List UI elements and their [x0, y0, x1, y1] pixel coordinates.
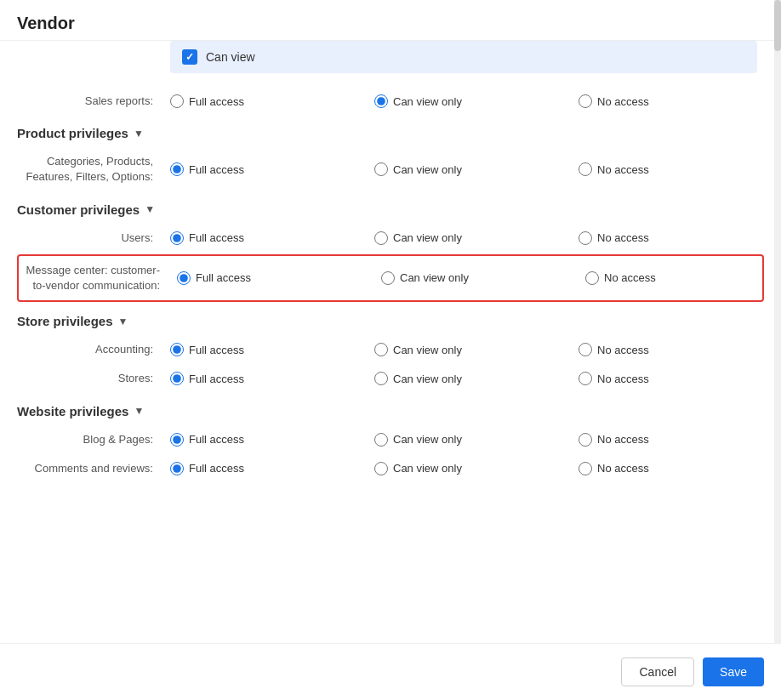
comments-full-access-option[interactable]: Full access	[170, 462, 374, 475]
acct-no-access-option[interactable]: No access	[579, 343, 781, 356]
msg-can-view-label: Can view only	[400, 271, 469, 284]
blog-full-access-radio[interactable]	[170, 433, 184, 447]
categories-products-row: Categories, Products, Features, Filters,…	[17, 147, 764, 191]
stores-full-access-label: Full access	[189, 373, 244, 385]
blog-pages-label: Blog & Pages:	[17, 432, 170, 447]
can-view-checkbox[interactable]	[182, 49, 197, 65]
msg-can-view-option[interactable]: Can view only	[381, 271, 585, 285]
users-can-view-option[interactable]: Can view only	[374, 231, 579, 245]
categories-products-label: Categories, Products, Features, Filters,…	[17, 154, 170, 185]
comments-reviews-label: Comments and reviews:	[17, 461, 170, 476]
acct-full-access-radio[interactable]	[170, 343, 184, 356]
comments-full-access-radio[interactable]	[170, 462, 184, 475]
sales-no-access-option[interactable]: No access	[579, 94, 781, 108]
sales-can-view-radio[interactable]	[374, 94, 388, 108]
cat-can-view-label: Can view only	[393, 163, 462, 176]
stores-no-access-option[interactable]: No access	[579, 372, 781, 385]
blog-no-access-radio[interactable]	[579, 433, 592, 447]
message-center-label: Message center: customer-to-vendor commu…	[24, 263, 177, 293]
website-privileges-label: Website privileges	[17, 404, 128, 418]
acct-can-view-label: Can view only	[393, 344, 462, 356]
users-can-view-radio[interactable]	[374, 231, 388, 245]
scrollbar-thumb[interactable]	[774, 0, 781, 51]
stores-row: Stores: Full access Can view only No acc…	[17, 364, 764, 393]
users-row: Users: Full access Can view only No acce…	[17, 224, 764, 253]
accounting-label: Accounting:	[17, 342, 170, 357]
product-chevron-icon: ▼	[134, 128, 144, 139]
page-title: Vendor	[17, 14, 75, 32]
users-options: Full access Can view only No access	[170, 231, 781, 245]
stores-full-access-option[interactable]: Full access	[170, 372, 374, 385]
sales-no-access-radio[interactable]	[579, 94, 592, 108]
blog-full-access-option[interactable]: Full access	[170, 433, 374, 447]
page-header: Vendor	[0, 0, 781, 41]
sales-no-access-label: No access	[597, 95, 649, 108]
comments-reviews-options: Full access Can view only No access	[170, 462, 781, 475]
acct-no-access-label: No access	[597, 344, 649, 356]
blog-no-access-option[interactable]: No access	[579, 433, 781, 447]
cat-full-access-option[interactable]: Full access	[170, 162, 374, 176]
sales-reports-row: Sales reports: Full access Can view only…	[17, 87, 764, 116]
cancel-button[interactable]: Cancel	[621, 657, 694, 686]
acct-no-access-radio[interactable]	[579, 343, 592, 356]
save-button[interactable]: Save	[703, 657, 764, 686]
accounting-row: Accounting: Full access Can view only No…	[17, 335, 764, 364]
stores-full-access-radio[interactable]	[170, 372, 184, 385]
users-no-access-label: No access	[597, 231, 649, 244]
users-no-access-radio[interactable]	[579, 231, 592, 245]
cat-no-access-radio[interactable]	[579, 162, 592, 176]
website-privileges-header[interactable]: Website privileges ▼	[17, 394, 764, 425]
blog-can-view-radio[interactable]	[374, 433, 388, 447]
product-privileges-label: Product privileges	[17, 126, 128, 140]
footer: Cancel Save	[0, 643, 781, 700]
users-full-access-radio[interactable]	[170, 231, 184, 245]
sales-can-view-label: Can view only	[393, 95, 462, 108]
comments-no-access-radio[interactable]	[579, 462, 592, 475]
comments-can-view-option[interactable]: Can view only	[374, 462, 579, 475]
comments-no-access-option[interactable]: No access	[579, 462, 781, 475]
cat-can-view-radio[interactable]	[374, 162, 388, 176]
blog-pages-options: Full access Can view only No access	[170, 433, 781, 447]
msg-full-access-option[interactable]: Full access	[177, 271, 381, 285]
product-privileges-header[interactable]: Product privileges ▼	[17, 116, 764, 147]
sales-reports-label: Sales reports:	[17, 94, 170, 109]
cat-no-access-option[interactable]: No access	[579, 162, 781, 176]
sales-full-access-option[interactable]: Full access	[170, 94, 374, 108]
users-no-access-option[interactable]: No access	[579, 231, 781, 245]
cat-full-access-radio[interactable]	[170, 162, 184, 176]
sales-full-access-radio[interactable]	[170, 94, 184, 108]
msg-no-access-radio[interactable]	[585, 271, 599, 285]
msg-can-view-radio[interactable]	[381, 271, 395, 285]
blog-can-view-option[interactable]: Can view only	[374, 433, 579, 447]
acct-full-access-option[interactable]: Full access	[170, 343, 374, 356]
comments-reviews-row: Comments and reviews: Full access Can vi…	[17, 454, 764, 483]
stores-options: Full access Can view only No access	[170, 372, 781, 385]
stores-no-access-radio[interactable]	[579, 372, 592, 385]
msg-full-access-radio[interactable]	[177, 271, 191, 285]
cat-no-access-label: No access	[597, 163, 649, 176]
stores-can-view-option[interactable]: Can view only	[374, 372, 579, 385]
msg-no-access-option[interactable]: No access	[585, 271, 781, 285]
stores-can-view-radio[interactable]	[374, 372, 388, 385]
users-full-access-option[interactable]: Full access	[170, 231, 374, 245]
stores-no-access-label: No access	[597, 373, 649, 385]
stores-can-view-label: Can view only	[393, 373, 462, 385]
customer-privileges-header[interactable]: Customer privileges ▼	[17, 192, 764, 224]
store-privileges-label: Store privileges	[17, 314, 113, 328]
sales-reports-options: Full access Can view only No access	[170, 94, 781, 108]
sales-can-view-option[interactable]: Can view only	[374, 94, 579, 108]
comments-can-view-label: Can view only	[393, 462, 462, 475]
can-view-row: Can view	[170, 41, 757, 73]
acct-can-view-radio[interactable]	[374, 343, 388, 356]
store-privileges-header[interactable]: Store privileges ▼	[17, 304, 764, 335]
stores-label: Stores:	[17, 371, 170, 386]
users-can-view-label: Can view only	[393, 231, 462, 244]
customer-chevron-icon: ▼	[145, 203, 155, 215]
acct-can-view-option[interactable]: Can view only	[374, 343, 579, 356]
comments-can-view-radio[interactable]	[374, 462, 388, 475]
accounting-options: Full access Can view only No access	[170, 343, 781, 356]
comments-no-access-label: No access	[597, 462, 649, 475]
scrollbar-track[interactable]	[774, 0, 781, 700]
categories-products-options: Full access Can view only No access	[170, 162, 781, 176]
cat-can-view-option[interactable]: Can view only	[374, 162, 579, 176]
